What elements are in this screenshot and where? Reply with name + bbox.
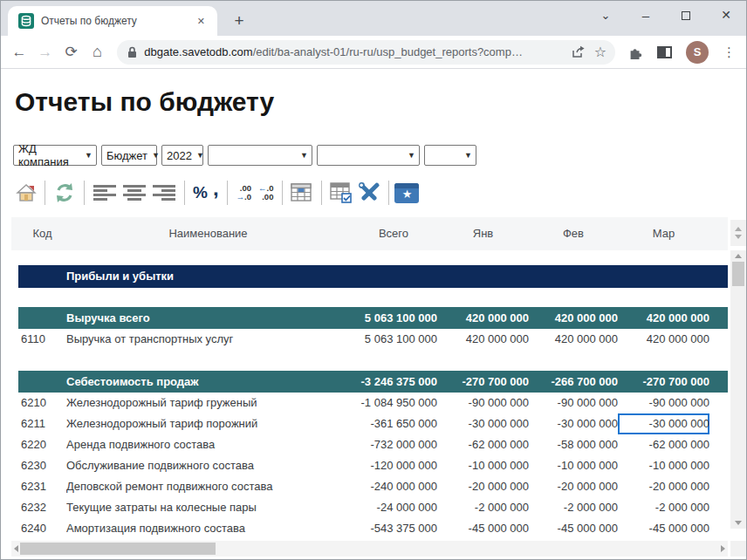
- cell-value[interactable]: -543 375 000: [350, 518, 437, 539]
- refresh-icon[interactable]: [53, 181, 76, 204]
- align-left-icon[interactable]: [93, 185, 116, 201]
- align-center-icon[interactable]: [123, 185, 146, 201]
- increase-decimal-icon[interactable]: .00 →.0: [236, 184, 251, 201]
- horizontal-scrollbar-thumb[interactable]: [20, 543, 216, 555]
- column-header-mar[interactable]: Мар: [618, 217, 709, 250]
- cell-name[interactable]: Аренда подвижного состава: [66, 434, 350, 455]
- cell-value[interactable]: -45 000 000: [437, 518, 529, 539]
- cell-value[interactable]: -361 650 000: [350, 413, 437, 434]
- cell-value[interactable]: -90 000 000: [529, 393, 618, 413]
- close-button[interactable]: ✕: [706, 8, 746, 22]
- cell-value[interactable]: 420 000 000: [618, 307, 709, 329]
- cell-value[interactable]: 420 000 000: [529, 329, 618, 350]
- filter-select-5[interactable]: ▼: [317, 145, 420, 166]
- filter-select-6[interactable]: ▼: [424, 145, 476, 166]
- cell-value[interactable]: -30 000 000: [437, 413, 529, 434]
- header-scroll-buttons[interactable]: [730, 220, 746, 246]
- cell-value[interactable]: 420 000 000: [437, 329, 529, 350]
- maximize-button[interactable]: [666, 8, 706, 23]
- cell-value[interactable]: 5 063 100 000: [350, 329, 437, 350]
- column-header-feb[interactable]: Фев: [529, 217, 618, 250]
- favorites-icon[interactable]: ★: [394, 183, 419, 203]
- company-select[interactable]: ЖД компания▼: [13, 145, 97, 166]
- forward-button[interactable]: →: [32, 44, 58, 61]
- decrease-decimal-icon[interactable]: ←.0 .00: [258, 184, 273, 201]
- address-bar[interactable]: dbgate.savetodb.com/edit/ba-analyst-01/r…: [117, 40, 615, 65]
- cell-value[interactable]: -3 246 375 000: [350, 371, 437, 393]
- tab-search-chevron-icon[interactable]: ⌄: [586, 9, 626, 22]
- share-icon[interactable]: [572, 45, 586, 58]
- cell-value[interactable]: -20 000 000: [529, 476, 618, 497]
- cell-name[interactable]: Выручка от транспортных услуг: [66, 329, 350, 350]
- column-header-code[interactable]: Код: [18, 217, 66, 250]
- minimize-button[interactable]: –: [626, 8, 666, 23]
- cell-value[interactable]: -58 000 000: [529, 434, 618, 455]
- cell-value[interactable]: [618, 265, 709, 288]
- cell-value[interactable]: -62 000 000: [618, 434, 709, 455]
- cell-value[interactable]: -120 000 000: [350, 455, 437, 476]
- cell-value[interactable]: -62 000 000: [437, 434, 529, 455]
- cell-code[interactable]: 6230: [18, 455, 66, 476]
- cell-value[interactable]: -2 000 000: [437, 497, 529, 518]
- cell-code[interactable]: 6232: [18, 497, 66, 518]
- cell-code[interactable]: [18, 307, 66, 329]
- cell-name[interactable]: Обслуживание подвижного состава: [66, 455, 350, 476]
- browser-tab[interactable]: Отчеты по бюджету ✕: [8, 6, 217, 36]
- cell-value[interactable]: -266 700 000: [529, 371, 618, 393]
- column-header-name[interactable]: Наименование: [66, 217, 350, 250]
- cell-value[interactable]: -2 000 000: [618, 497, 709, 518]
- cell-value[interactable]: 420 000 000: [618, 329, 709, 350]
- band-title[interactable]: Выручка всего: [66, 307, 350, 329]
- filter-select-4[interactable]: ▼: [208, 145, 312, 166]
- horizontal-scrollbar[interactable]: [11, 541, 728, 557]
- tab-close-icon[interactable]: ✕: [192, 14, 210, 29]
- cell-value[interactable]: -10 000 000: [618, 455, 709, 476]
- cell-name[interactable]: Амортизация подвижного состава: [66, 518, 350, 539]
- band-title[interactable]: Прибыли и убытки: [66, 265, 350, 288]
- cell-value[interactable]: [437, 265, 529, 288]
- column-header-jan[interactable]: Янв: [437, 217, 529, 250]
- cell-value[interactable]: 420 000 000: [437, 307, 529, 329]
- cell-value[interactable]: -240 000 000: [350, 476, 437, 497]
- cell-value[interactable]: -45 000 000: [529, 518, 618, 539]
- cell-code[interactable]: 6210: [18, 393, 66, 413]
- home-icon[interactable]: [16, 183, 37, 202]
- home-button[interactable]: ⌂: [84, 43, 110, 61]
- cell-code[interactable]: [18, 265, 66, 288]
- cell-code[interactable]: 6211: [18, 413, 66, 434]
- cell-value[interactable]: [350, 265, 437, 288]
- cell-value[interactable]: -732 000 000: [350, 434, 437, 455]
- cell-name[interactable]: Текущие затраты на колесные пары: [66, 497, 350, 518]
- cell-value[interactable]: -24 000 000: [350, 497, 437, 518]
- vertical-scrollbar-thumb[interactable]: [732, 262, 744, 286]
- table-format-icon[interactable]: [291, 183, 313, 202]
- cell-code[interactable]: 6220: [18, 434, 66, 455]
- cell-value[interactable]: -30 000 000: [529, 413, 618, 434]
- cell-value[interactable]: -90 000 000: [618, 393, 709, 413]
- comma-format-icon[interactable]: ,: [213, 176, 219, 201]
- cell-value[interactable]: 420 000 000: [529, 307, 618, 329]
- cell-value[interactable]: -270 700 000: [437, 371, 529, 393]
- vertical-scrollbar[interactable]: [730, 250, 746, 529]
- cell-code[interactable]: 6110: [18, 329, 66, 350]
- cell-value[interactable]: [529, 265, 618, 288]
- scenario-select[interactable]: Бюджет▼: [101, 145, 157, 166]
- new-tab-button[interactable]: +: [228, 10, 250, 32]
- percent-format-icon[interactable]: %: [193, 183, 208, 202]
- cell-code[interactable]: [18, 371, 66, 393]
- cell-name[interactable]: Деповской ремонт подвижного состава: [66, 476, 350, 497]
- cell-code[interactable]: 6231: [18, 476, 66, 497]
- cell-name[interactable]: Железнодорожный тариф груженый: [66, 393, 350, 413]
- cell-value[interactable]: -45 000 000: [618, 518, 709, 539]
- cell-value[interactable]: -20 000 000: [618, 476, 709, 497]
- extensions-puzzle-icon[interactable]: [627, 44, 643, 60]
- cell-value[interactable]: 5 063 100 000: [350, 307, 437, 329]
- cell-value[interactable]: -10 000 000: [529, 455, 618, 476]
- cell-value[interactable]: -270 700 000: [618, 371, 709, 393]
- column-header-total[interactable]: Всего: [350, 217, 437, 250]
- profile-avatar[interactable]: S: [686, 41, 709, 64]
- cell-value[interactable]: -20 000 000: [437, 476, 529, 497]
- browser-menu-icon[interactable]: ⋮: [723, 44, 736, 60]
- year-select[interactable]: 2022▼: [161, 145, 203, 166]
- reload-button[interactable]: ⟳: [58, 43, 85, 61]
